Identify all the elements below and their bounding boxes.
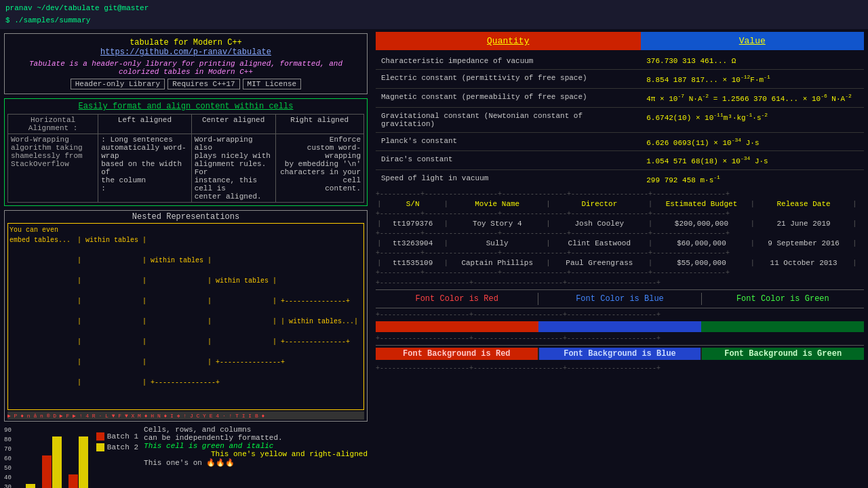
color-bg-red: Font Background is Red (376, 348, 539, 360)
legend-color-batch1 (96, 432, 104, 441)
col-header-budget: Estimated Budget (654, 200, 749, 208)
alignment-table: Horizontal Alignment : Left aligned Cent… (7, 114, 364, 203)
physics-row-4: Gravitational constant (Newtonian consta… (376, 108, 864, 133)
tabulate-description: Tabulate is a header-only library for pr… (12, 60, 360, 76)
phys-value-1: 376.730 313 461... Ω (641, 56, 864, 66)
col-center: Center aligned (191, 115, 275, 134)
movie-sn-3: tt1535109 (383, 259, 443, 267)
phys-name-3: Magnetic constant (permeability of free … (376, 92, 641, 104)
movies-divider-3: +----------+------------------+---------… (376, 249, 864, 257)
movie-dir-3: Paul Greengrass (552, 259, 647, 267)
color-divider-mid1: +----------------------+----------------… (376, 311, 864, 319)
color-divider-mid2: +----------------------+----------------… (376, 335, 864, 342)
wrap-center: Word-wrapping alsoplays nicely withalign… (191, 134, 275, 203)
badge-cpp17: Requires C++17 (167, 79, 239, 89)
movie-name-3: Captain Phillips (450, 259, 545, 267)
movie-name-1: Toy Story 4 (450, 220, 545, 228)
bar-groups (16, 436, 91, 488)
movie-budget-3: $55,000,000 (654, 259, 749, 267)
bar-group-8 (42, 436, 62, 488)
movie-sn-2: tt3263904 (383, 239, 443, 247)
y-axis: 10 20 30 40 50 60 70 80 90 (4, 426, 13, 488)
bar-group-12 (68, 436, 88, 488)
format-box: Easily format and align content within c… (4, 98, 368, 206)
movies-section: +----------+------------------+---------… (376, 190, 864, 277)
color-divider-top: +----------------------+----------------… (376, 279, 864, 287)
bar-batch1-8 (42, 455, 52, 488)
physics-row-2: Electric constant (permittivity of free … (376, 70, 864, 89)
movie-sn-1: tt1979376 (383, 220, 443, 228)
tabulate-box: tabulate for Modern C++ https://github.c… (4, 33, 368, 94)
legend-label-batch2: Batch 2 (107, 443, 138, 451)
badges-container: Header-only Library Requires C++17 MIT L… (12, 79, 360, 89)
nested-box: Nested Representations You can evenembed… (4, 210, 368, 422)
chart-text-yellow: This one's yellow and right-aligned (144, 450, 368, 458)
movie-release-3: 11 October 2013 (756, 259, 851, 267)
chart-legend: Batch 1 Batch 2 (96, 432, 138, 451)
terminal-header: pranav ~/dev/tabulate git@master $ ./sam… (0, 0, 868, 29)
bar-chart: 10 20 30 40 50 60 70 80 90 (4, 426, 91, 488)
tabulate-title: tabulate for Modern C++ (12, 38, 360, 47)
physics-row-7: Speed of light in vacuum 299 792 458 m·s… (376, 170, 864, 188)
phys-value-6: 1.054 571 68(18) × 10-34 J·s (641, 154, 864, 167)
col-header-director: Director (552, 200, 647, 208)
movie-release-2: 9 September 2016 (756, 239, 851, 247)
movie-budget-2: $60,000,000 (654, 239, 749, 247)
bar-batch2-12 (79, 436, 88, 488)
nested-content: You can evenembed tables... | within tab… (7, 223, 364, 410)
movies-divider-2: +----------+------------------+---------… (376, 230, 864, 237)
bar-batch2-8 (52, 436, 62, 488)
badge-mit: MIT License (243, 79, 302, 89)
color-bg-row: Font Background is Red Font Background i… (376, 345, 864, 362)
nested-left-text: You can evenembed tables... (9, 225, 77, 408)
bar-group-4 (16, 484, 35, 488)
color-red-font: Font Color is Red (376, 293, 538, 305)
col-header-movie: Movie Name (450, 200, 545, 208)
movie-row-2: | tt3263904 | Sully | Clint Eastwood | $… (376, 237, 864, 249)
movie-row-1: | tt1979376 | Toy Story 4 | Josh Cooley … (376, 218, 864, 230)
movie-row-3: | tt1535109 | Captain Phillips | Paul Gr… (376, 257, 864, 269)
badge-header-only: Header-only Library (71, 79, 165, 89)
bar-batch1-12 (68, 474, 78, 488)
terminal-prompt: pranav ~/dev/tabulate git@master (5, 3, 863, 15)
phys-name-2: Electric constant (permittivity of free … (376, 73, 641, 85)
wrap-left: : Long sentencesautomatically word-wrapb… (98, 134, 191, 203)
color-green-font: Font Color is Green (702, 293, 864, 305)
color-bar-red (376, 321, 538, 332)
movie-release-1: 21 June 2019 (756, 220, 851, 228)
physics-val-header: Value (641, 32, 864, 50)
phys-name-5: Planck's constant (376, 136, 641, 148)
movie-name-2: Sully (450, 239, 545, 247)
legend-batch2: Batch 2 (96, 443, 138, 451)
physics-qty-header: Quantity (376, 32, 641, 50)
physics-row-6: Dirac's constant 1.054 571 68(18) × 10-3… (376, 151, 864, 170)
col-header-sn: S/N (383, 200, 443, 208)
color-bg-blue: Font Background is Blue (539, 348, 703, 360)
col-label: Horizontal Alignment : (8, 115, 98, 134)
chart-text-green: This cell is green and italic (144, 442, 368, 450)
chart-text: Cells, rows, and columns can be independ… (144, 426, 368, 467)
color-font-row: Font Color is Red Font Color is Blue Fon… (376, 289, 864, 308)
nested-scrollbar: ▶ P ♦ n å n ® D ▶ F ▶ ↑ 4 R · L ▼ F ▼ X … (7, 411, 364, 420)
color-divider-bot: +----------------------+----------------… (376, 365, 864, 372)
phys-value-2: 8.854 187 817... × 10-12F·m-1 (641, 73, 864, 85)
col-header-release: Release Date (756, 200, 851, 208)
phys-value-5: 6.626 0693(11) × 10-34 J·s (641, 136, 864, 148)
legend-label-batch1: Batch 1 (107, 432, 138, 441)
phys-name-1: Characteristic impedance of vacuum (376, 56, 641, 66)
tabulate-link[interactable]: https://github.com/p-ranav/tabulate (12, 47, 360, 57)
phys-name-6: Dirac's constant (376, 154, 641, 167)
movie-dir-2: Clint Eastwood (552, 239, 647, 247)
phys-name-4: Gravitational constant (Newtonian consta… (376, 110, 641, 129)
color-bar-blue (538, 321, 701, 332)
movies-divider-mid: +----------+------------------+---------… (376, 210, 864, 218)
nested-right-text: | within tables | | | within tables | | … (77, 225, 362, 408)
chart-text-line2: can be independently formatted. (144, 434, 368, 442)
color-bar-green (701, 321, 864, 332)
chart-area: 10 20 30 40 50 60 70 80 90 (4, 426, 368, 488)
bar-batch2-4 (26, 484, 35, 488)
col-left: Left aligned (98, 115, 191, 134)
phys-value-7: 299 792 458 m·s-1 (641, 173, 864, 186)
physics-header: Quantity Value (376, 32, 864, 50)
color-bg-green: Font Background is Green (702, 348, 864, 360)
